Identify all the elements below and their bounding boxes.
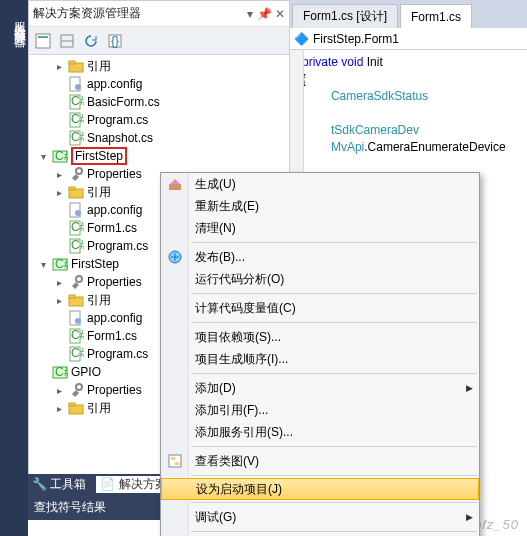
tree-node-label: Form1.cs	[87, 329, 137, 343]
tree-node-label: Properties	[87, 275, 142, 289]
svg-rect-7	[69, 61, 75, 64]
svg-point-29	[76, 276, 82, 282]
svg-rect-31	[69, 295, 75, 298]
code-text[interactable]: private void Init { CameraSdkStatus tSdk…	[290, 50, 527, 156]
cs-icon: C#	[68, 130, 84, 146]
menu-item-label: 运行代码分析(O)	[195, 271, 284, 288]
menu-item-label: 计算代码度量值(C)	[195, 300, 296, 317]
menu-item-label: 清理(N)	[195, 220, 236, 237]
tree-node-label: 引用	[87, 184, 111, 201]
properties-icon[interactable]	[35, 33, 51, 49]
svg-rect-20	[69, 187, 75, 190]
panel-title-buttons[interactable]: ▾ 📌 ✕	[243, 7, 285, 21]
svg-rect-48	[175, 462, 179, 465]
tab-form1-cs[interactable]: Form1.cs	[400, 4, 472, 28]
tree-node[interactable]: C#BasicForm.cs	[35, 93, 289, 111]
tree-node-label: GPIO	[71, 365, 101, 379]
expand-glyph[interactable]: ▸	[53, 277, 65, 288]
svg-point-40	[76, 384, 82, 390]
folder-icon	[68, 292, 84, 308]
menu-item[interactable]: 添加服务引用(S)...	[161, 421, 479, 443]
svg-text:C#: C#	[71, 238, 84, 252]
config-icon	[68, 76, 84, 92]
config-icon	[68, 202, 84, 218]
svg-rect-43	[169, 184, 181, 190]
expand-glyph[interactable]: ▸	[53, 169, 65, 180]
svg-rect-1	[38, 36, 48, 38]
menu-item[interactable]: 调试(G)▶	[161, 506, 479, 528]
menu-item[interactable]: 重新生成(E)	[161, 195, 479, 217]
menu-item-label: 项目生成顺序(I)...	[195, 351, 288, 368]
tree-node-label: app.config	[87, 203, 142, 217]
svg-text:C#: C#	[71, 130, 84, 144]
expand-glyph[interactable]: ▸	[53, 187, 65, 198]
tree-node-label: Program.cs	[87, 239, 148, 253]
tree-node[interactable]: ▸引用	[35, 57, 289, 75]
menu-separator	[191, 502, 477, 503]
tree-node-label: FirstStep	[71, 257, 119, 271]
svg-rect-46	[169, 455, 181, 467]
menu-item-label: 查看类图(V)	[195, 453, 259, 470]
panel-title: 解决方案资源管理器	[33, 5, 141, 22]
menu-item[interactable]: 清理(N)	[161, 217, 479, 239]
menu-item[interactable]: 添加(D)▶	[161, 377, 479, 399]
menu-separator	[191, 531, 477, 532]
view-code-icon[interactable]: {}	[107, 33, 123, 49]
tree-node[interactable]: ▾C#FirstStep	[35, 147, 289, 165]
menu-item-label: 添加(D)	[195, 380, 236, 397]
show-all-icon[interactable]	[59, 33, 75, 49]
expand-glyph[interactable]: ▸	[53, 295, 65, 306]
submenu-arrow-icon: ▶	[466, 512, 473, 522]
menu-item[interactable]: 生成(U)	[161, 173, 479, 195]
svg-text:C#: C#	[71, 112, 84, 126]
svg-point-9	[75, 84, 81, 90]
editor-tab-strip: Form1.cs [设计] Form1.cs	[290, 0, 527, 28]
menu-separator	[191, 373, 477, 374]
svg-text:C#: C#	[71, 346, 84, 360]
wrench-icon	[68, 274, 84, 290]
tree-node-label: BasicForm.cs	[87, 95, 160, 109]
expand-glyph[interactable]: ▸	[53, 385, 65, 396]
expand-glyph[interactable]: ▾	[37, 151, 49, 162]
classview-icon	[167, 453, 183, 469]
expand-glyph[interactable]: ▸	[53, 403, 65, 414]
menu-item[interactable]: 项目生成顺序(I)...	[161, 348, 479, 370]
tree-node-label: 引用	[87, 400, 111, 417]
tree-node-label: Properties	[87, 167, 142, 181]
cs-icon: C#	[68, 112, 84, 128]
editor-nav-bar[interactable]: 🔷 FirstStep.Form1	[290, 28, 527, 50]
refresh-icon[interactable]	[83, 33, 99, 49]
build-icon	[167, 176, 183, 192]
menu-item-label: 设为启动项目(J)	[196, 481, 282, 498]
svg-text:C#: C#	[55, 365, 68, 379]
tree-node-label: 引用	[87, 58, 111, 75]
wrench-icon	[68, 166, 84, 182]
tree-node[interactable]: C#Program.cs	[35, 111, 289, 129]
menu-separator	[191, 293, 477, 294]
menu-separator	[191, 322, 477, 323]
cs-icon: C#	[68, 346, 84, 362]
tree-node[interactable]: C#Snapshot.cs	[35, 129, 289, 147]
config-icon	[68, 310, 84, 326]
svg-text:{}: {}	[111, 34, 119, 48]
svg-point-22	[75, 210, 81, 216]
toolbox-tab[interactable]: 🔧 工具箱	[32, 476, 86, 493]
expand-glyph[interactable]: ▸	[53, 61, 65, 72]
tree-node-label: Form1.cs	[87, 221, 137, 235]
server-explorer-vertical-tab[interactable]: 服务器资源管理器	[0, 0, 28, 536]
menu-item[interactable]: 项目依赖项(S)...	[161, 326, 479, 348]
tab-form1-design[interactable]: Form1.cs [设计]	[292, 4, 398, 28]
menu-item[interactable]: 发布(B)...	[161, 246, 479, 268]
menu-item[interactable]: 计算代码度量值(C)	[161, 297, 479, 319]
menu-item[interactable]: 查看类图(V)	[161, 450, 479, 472]
svg-text:C#: C#	[55, 149, 68, 163]
menu-item[interactable]: 设为启动项目(J)	[161, 478, 479, 500]
tree-node-label: FirstStep	[71, 147, 127, 165]
svg-point-18	[76, 168, 82, 174]
expand-glyph[interactable]: ▾	[37, 259, 49, 270]
tree-node[interactable]: app.config	[35, 75, 289, 93]
class-nav-label: FirstStep.Form1	[313, 32, 399, 46]
cs-icon: C#	[68, 220, 84, 236]
menu-item[interactable]: 添加引用(F)...	[161, 399, 479, 421]
menu-item[interactable]: 运行代码分析(O)	[161, 268, 479, 290]
